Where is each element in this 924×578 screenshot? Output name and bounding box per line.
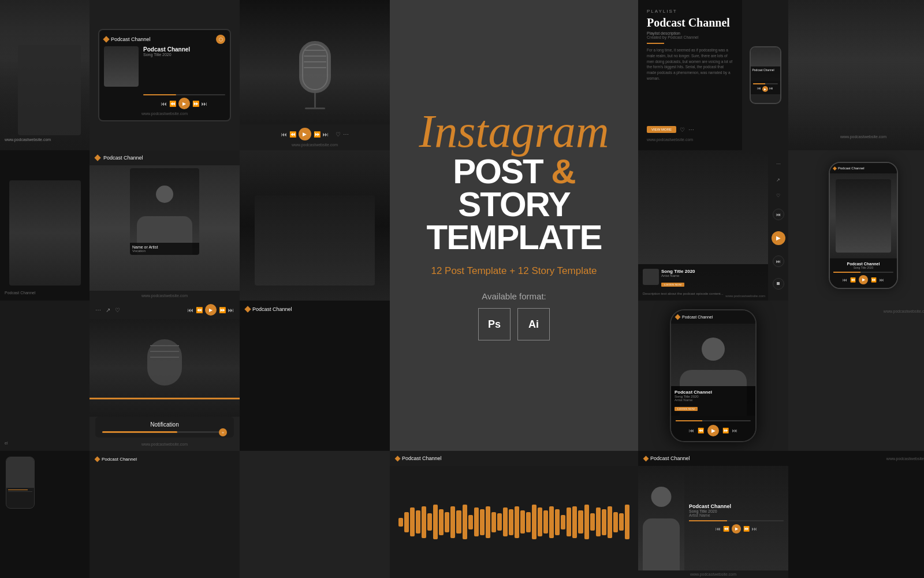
large-phone-card: Podcast Channel Podcast Channel Song Tit…	[638, 301, 788, 451]
website-left-1: www.podcastwebsite.com	[5, 138, 51, 142]
hero-template: TEMPLATE	[401, 221, 627, 254]
format-ps-badge: Ps	[478, 308, 511, 340]
playlist-created: Created by Podcast Channel	[647, 35, 733, 39]
vertical-player-card: Song Title 2020 Artist Name LISTEN NOW D…	[638, 150, 788, 301]
tablet-website: www.podcastwebsite.com	[104, 112, 225, 116]
card-r3c1-label: el	[5, 441, 8, 445]
phone-podcast-card: Podcast Channel Podcast Channel Song Tit…	[788, 150, 924, 301]
playlist-body: For a long time, it seemed as if podcast…	[647, 47, 733, 81]
card-r4c1	[0, 451, 90, 578]
waveform-card: Podcast Channel	[390, 451, 638, 578]
v-player-website: www.podcastwebsite.com	[725, 294, 765, 298]
notification-title: Notification	[102, 421, 227, 428]
mic-notif-website: www.podcastwebsite.com	[95, 442, 234, 446]
card-r3c6: www.podcastwebsite.com	[788, 301, 924, 451]
main-grid: www.podcastwebsite.com Podcast Channel ⬡	[0, 0, 924, 578]
hp-channel-name: Podcast Channel	[689, 503, 784, 509]
tablet-song-title: Podcast Channel	[143, 46, 225, 53]
listen-btn[interactable]: VIEW MORE	[647, 126, 676, 133]
large-phone-channel: Podcast Channel	[682, 315, 713, 319]
hero-subtitle: 12 Post Template + 12 Story Template	[401, 265, 627, 277]
r4c6-website: www.podcastwebsite.com	[886, 457, 924, 461]
hero-section: Instagram POST & STORY TEMPLATE 12 Post …	[390, 0, 638, 451]
hero-instagram: Instagram	[401, 110, 627, 152]
card-r4c3	[240, 451, 390, 578]
hp-website: www.podcastwebsite.com	[638, 570, 788, 578]
card-r3c1: el	[0, 301, 90, 451]
r4c2-channel: Podcast Channel	[102, 457, 137, 462]
headphones-bottom-card: Podcast Channel Podcast Channel Song Tit…	[638, 451, 788, 578]
insta-channel-name: Podcast Channel	[103, 155, 143, 161]
card-r2c1: Podcast Channel	[0, 150, 90, 301]
card-r4c2: Podcast Channel	[90, 451, 240, 578]
insta-website: www.podcastwebsite.com	[95, 294, 234, 298]
r3c6-website: www.podcastwebsite.com	[884, 309, 924, 313]
playlist-desc: Playlist description	[647, 31, 733, 35]
card-r2c1-channel: Podcast Channel	[5, 291, 35, 295]
headphone-channel: Podcast Channel	[650, 455, 690, 461]
playlist-label: PLAYLIST	[647, 9, 733, 14]
card-r1c2: Podcast Channel ⬡ Podcast Channel Song T…	[90, 0, 240, 150]
phone-channel-name: Podcast Channel	[833, 262, 893, 266]
playlist-title: Podcast Channel	[647, 16, 733, 29]
mic-card-website: www.podcastwebsite.com	[245, 143, 384, 147]
tablet-channel-name: Podcast Channel	[111, 36, 151, 42]
waveform-channel: Podcast Channel	[402, 455, 442, 461]
playlist-card: PLAYLIST Podcast Channel Playlist descri…	[638, 0, 788, 150]
hero-format-label: Available format:	[401, 291, 627, 301]
mic-notification-card: ⋯ ↗ ♡ ⏮ ⏪ ▶ ⏩ ⏭	[90, 301, 240, 451]
card-r1c6: www.podcastwebsite.com	[788, 0, 924, 150]
card-r3c3: Podcast Channel	[240, 301, 390, 451]
format-ai-badge: Ai	[517, 308, 550, 340]
insta-post-card: Podcast Channel Name or Artist Vocation	[90, 150, 240, 301]
center-photo-card	[240, 150, 390, 301]
playlist-website: www.podcastwebsite.com	[647, 138, 733, 142]
phone-overlay-title: Podcast Channel	[675, 390, 752, 395]
phone-channel: Podcast Channel	[838, 166, 893, 170]
card-r1c1: www.podcastwebsite.com	[0, 0, 90, 150]
card-r4c6-bottom: www.podcastwebsite.com	[788, 451, 924, 578]
r3c3-channel: Podcast Channel	[252, 306, 292, 312]
card-r1c3: ⏮ ⏪ ▶ ⏩ ⏭ ♡ ⋯ www.podcastwebsite.com	[240, 0, 390, 150]
card-r1c6-website: www.podcastwebsite.com	[794, 135, 924, 139]
